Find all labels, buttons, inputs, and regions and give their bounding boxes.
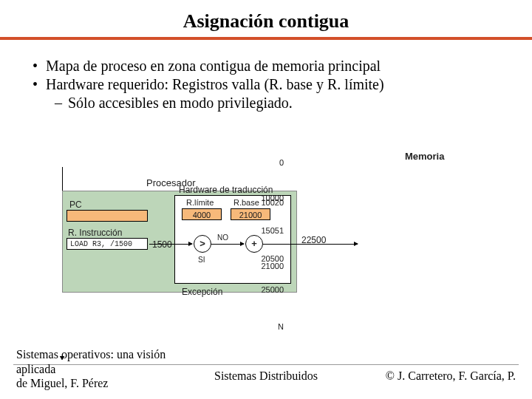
rlimite-label: R.límite [186,198,214,207]
footer-left: Sistemas operativos: una visión aplicada… [16,347,186,390]
memory-address: N [278,322,284,331]
rlimite-field: 4000 [182,208,222,220]
bullet-dot: • [33,76,46,93]
hw-label: Hardware de traducción [179,185,273,195]
exception-label: Excepción [182,287,222,297]
bullet-dash: – [55,95,68,112]
bullet-list: • Mapa de proceso en zona contigua de me… [0,53,532,112]
bullet-dot: • [33,58,46,75]
memory-label: Memoria [405,151,444,162]
arrow-limit-down [62,167,63,180]
arrow-out [263,244,358,245]
footer-left-2: de Miguel, F. Pérez [16,377,108,389]
no-label: NO [217,233,228,242]
compare-op: > [194,235,211,253]
bullet-2: • Hardware requerido: Registros valla (R… [33,76,510,93]
bullet-2a-text: Sólo accesibles en modo privilegiado. [68,95,293,112]
pc-label: PC [69,200,82,210]
ri-out: 1500 [152,239,172,250]
bullet-2a: – Sólo accesibles en modo privilegiado. [55,95,510,112]
arrow-no [211,244,244,245]
memory-address: 0 [279,158,284,167]
footer-left-1: Sistemas operativos: una visión aplicada [16,348,166,375]
memory-address: 15051 [261,226,284,235]
footer-right: © J. Carretero, F. García, P. [386,369,516,383]
bullet-2-text: Hardware requerido: Registros valla (R. … [46,76,384,93]
memory-address: 21000 [261,262,284,270]
ri-label: R. Instrucción [68,228,122,238]
si-label: SI [198,256,205,264]
footer-center: Sistemas Distribuidos [214,369,318,383]
bullet-1: • Mapa de proceso en zona contigua de me… [33,58,510,75]
slide-title: Asignación contigua [0,0,532,37]
pc-field [66,210,148,222]
rbase-field: 21000 [231,208,270,220]
title-rule [0,37,532,40]
memory-address: 25000 [261,285,284,294]
arrow-ri-to-cmp [149,244,192,245]
diagram: Memoria Procesador PC R. Instrucción LOA… [62,167,520,359]
rbase-label: R.base [233,198,259,207]
add-op: + [245,235,263,253]
ri-field: LOAD R3, /1500 [66,238,148,250]
bullet-1-text: Mapa de proceso en zona contigua de memo… [46,58,381,75]
memory-address: 10020 [261,198,284,207]
